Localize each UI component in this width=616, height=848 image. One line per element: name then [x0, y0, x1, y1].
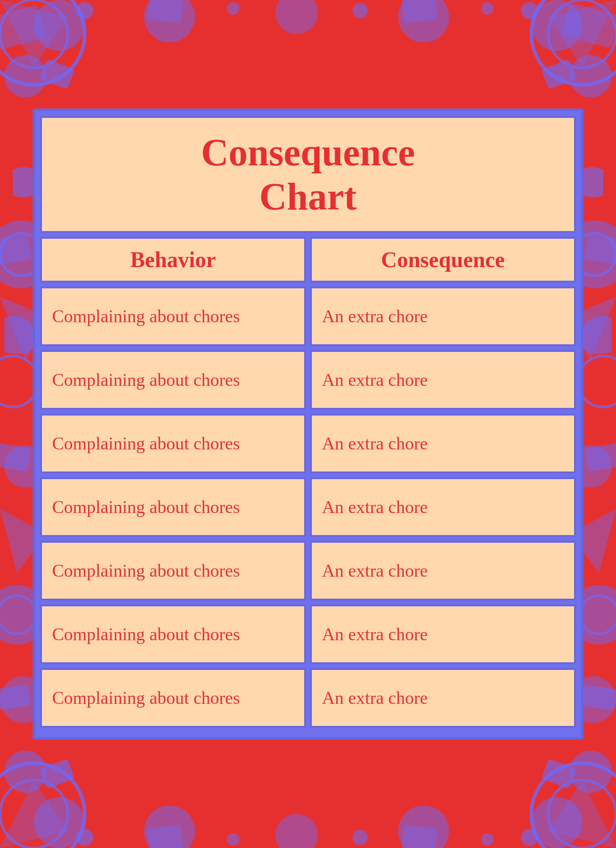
- svg-rect-45: [585, 442, 616, 472]
- svg-point-65: [521, 2, 538, 19]
- behavior-text: Complaining about chores: [52, 686, 240, 710]
- svg-point-69: [481, 833, 494, 846]
- svg-point-2: [0, 0, 68, 68]
- consequence-cell: An extra chore: [310, 414, 576, 473]
- svg-point-22: [548, 780, 616, 848]
- svg-point-48: [580, 596, 616, 634]
- svg-point-19: [4, 750, 47, 793]
- table-row: Complaining about choresAn extra chore: [40, 350, 576, 410]
- svg-rect-52: [147, 0, 183, 22]
- title-line2: Chart: [259, 176, 357, 218]
- consequence-header-label: Consequence: [381, 248, 505, 272]
- svg-point-51: [144, 0, 195, 42]
- svg-point-1: [0, 0, 85, 85]
- svg-point-58: [275, 814, 318, 848]
- behavior-cell: Complaining about chores: [40, 477, 306, 537]
- svg-rect-11: [562, 3, 616, 48]
- behavior-header-label: Behavior: [130, 248, 216, 272]
- svg-point-10: [531, 0, 582, 51]
- svg-rect-41: [585, 234, 616, 266]
- consequence-text: An extra chore: [322, 496, 428, 519]
- svg-point-64: [481, 2, 494, 15]
- consequence-text: An extra chore: [322, 368, 428, 392]
- svg-rect-33: [0, 442, 31, 472]
- svg-marker-12: [548, 0, 616, 68]
- table-row: Complaining about choresAn extra chore: [40, 605, 576, 664]
- svg-point-16: [0, 780, 68, 848]
- svg-point-25: [569, 750, 612, 793]
- consequence-text: An extra chore: [322, 305, 428, 328]
- behavior-text: Complaining about chores: [52, 368, 240, 392]
- consequence-text: An extra chore: [322, 559, 428, 583]
- consequence-cell: An extra chore: [310, 350, 576, 410]
- header-row: Behavior Consequence: [40, 237, 576, 282]
- svg-rect-57: [147, 826, 183, 848]
- svg-point-63: [352, 3, 368, 18]
- svg-point-68: [352, 830, 368, 845]
- behavior-text: Complaining about chores: [52, 432, 240, 455]
- page-wrapper: Consequence Chart Behavior Consequence C…: [0, 0, 616, 848]
- table-row: Complaining about choresAn extra chore: [40, 541, 576, 600]
- behavior-cell: Complaining about chores: [40, 668, 306, 728]
- consequence-cell: An extra chore: [310, 541, 576, 600]
- svg-point-17: [34, 797, 85, 848]
- svg-rect-55: [402, 0, 438, 22]
- table-row: Complaining about choresAn extra chore: [40, 287, 576, 346]
- title-line1: Consequence: [201, 131, 415, 173]
- behavior-cell: Complaining about chores: [40, 605, 306, 664]
- svg-point-9: [548, 0, 616, 68]
- consequence-cell: An extra chore: [310, 668, 576, 728]
- behavior-text: Complaining about chores: [52, 496, 240, 519]
- behavior-header: Behavior: [40, 237, 306, 282]
- title-box: Consequence Chart: [40, 116, 576, 233]
- svg-point-70: [521, 829, 538, 846]
- behavior-cell: Complaining about chores: [40, 541, 306, 600]
- consequence-text: An extra chore: [322, 686, 428, 710]
- inner-content: Consequence Chart Behavior Consequence C…: [40, 116, 576, 728]
- svg-point-3: [34, 0, 85, 51]
- consequence-header: Consequence: [310, 237, 576, 282]
- consequence-cell: An extra chore: [310, 477, 576, 537]
- svg-rect-29: [0, 234, 31, 266]
- consequence-cell: An extra chore: [310, 605, 576, 664]
- svg-rect-7: [40, 59, 75, 89]
- svg-point-6: [4, 55, 47, 98]
- svg-point-36: [0, 596, 36, 634]
- table-row: Complaining about choresAn extra chore: [40, 668, 576, 728]
- behavior-text: Complaining about chores: [52, 623, 240, 646]
- consequence-text: An extra chore: [322, 432, 428, 455]
- svg-point-62: [227, 2, 239, 15]
- svg-point-23: [531, 797, 582, 848]
- svg-point-54: [398, 0, 449, 42]
- svg-rect-38: [0, 685, 31, 711]
- svg-point-43: [578, 356, 616, 407]
- table-row: Complaining about choresAn extra chore: [40, 477, 576, 537]
- chart-title: Consequence Chart: [50, 131, 566, 218]
- svg-marker-18: [0, 780, 68, 848]
- svg-point-67: [227, 833, 239, 846]
- svg-rect-50: [581, 685, 616, 711]
- table-row: Complaining about choresAn extra chore: [40, 414, 576, 473]
- svg-point-59: [398, 806, 449, 848]
- svg-point-8: [531, 0, 616, 85]
- behavior-cell: Complaining about chores: [40, 350, 306, 410]
- behavior-cell: Complaining about chores: [40, 287, 306, 346]
- svg-point-66: [76, 829, 93, 846]
- svg-rect-14: [541, 59, 577, 89]
- consequence-cell: An extra chore: [310, 287, 576, 346]
- svg-point-53: [275, 0, 318, 34]
- svg-point-21: [531, 763, 616, 848]
- behavior-text: Complaining about chores: [52, 305, 240, 328]
- behavior-text: Complaining about chores: [52, 559, 240, 583]
- svg-marker-24: [548, 780, 616, 848]
- svg-rect-20: [40, 759, 75, 789]
- svg-point-61: [76, 2, 93, 19]
- main-content: Consequence Chart Behavior Consequence C…: [33, 109, 583, 739]
- data-rows-container: Complaining about choresAn extra choreCo…: [40, 287, 576, 728]
- svg-rect-4: [0, 5, 46, 50]
- svg-rect-60: [402, 826, 438, 848]
- svg-point-15: [0, 763, 85, 848]
- svg-point-56: [144, 806, 195, 848]
- svg-marker-5: [0, 0, 68, 68]
- svg-point-13: [569, 55, 612, 98]
